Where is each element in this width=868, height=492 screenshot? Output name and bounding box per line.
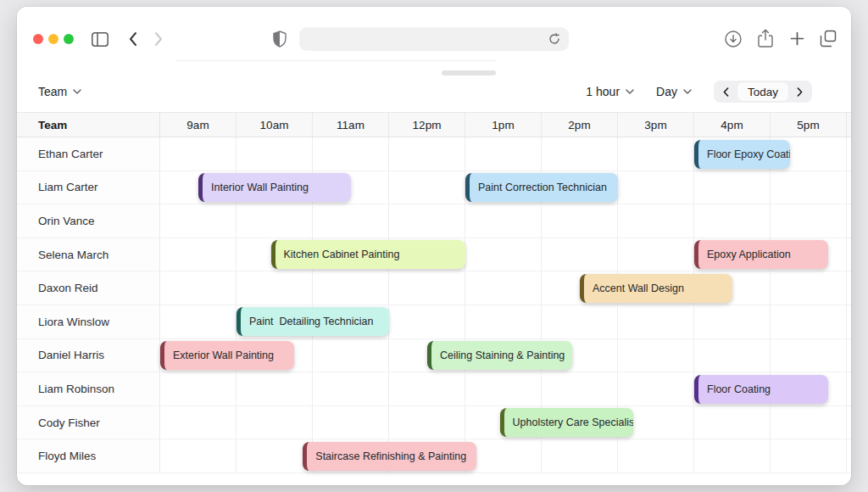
person-name: Selena March xyxy=(17,238,160,271)
view-dropdown-label: Day xyxy=(656,85,677,98)
share-icon[interactable] xyxy=(758,29,773,48)
event-title: Accent Wall Design xyxy=(584,282,693,294)
downloads-icon[interactable] xyxy=(724,30,743,48)
minimize-window-button[interactable] xyxy=(48,34,58,44)
event-title: Epoxy Application xyxy=(698,249,799,260)
schedule-grid: Team 9am10am11am12pm1pm2pm3pm4pm5pm Etha… xyxy=(17,112,851,473)
time-header-4pm: 4pm xyxy=(694,113,771,137)
schedule-row: Daxon ReidAccent Wall Design xyxy=(17,271,851,305)
today-button[interactable]: Today xyxy=(737,82,788,101)
event-title: Paint Detailing Technician xyxy=(241,316,381,327)
person-name: Floyd Miles xyxy=(17,439,160,472)
event-bar[interactable]: Exterior Wall Painting xyxy=(160,341,294,370)
event-title: Kitchen Cabinet Painting xyxy=(275,249,409,260)
schedule-row: Orin Vance xyxy=(17,204,851,238)
team-dropdown[interactable]: Team xyxy=(38,85,81,98)
person-name: Liam Carter xyxy=(17,171,160,204)
schedule-row: Liora WinslowPaint Detailing Technician xyxy=(17,305,851,339)
timeline-track: Upholstery Care Specialist xyxy=(160,406,851,439)
timeline-track xyxy=(160,204,851,238)
app-toolbar: Team 1 hour Day Today xyxy=(17,79,851,104)
time-header-12pm: 12pm xyxy=(389,113,465,137)
interval-dropdown-label: 1 hour xyxy=(586,85,620,98)
schedule-rows: Ethan CarterFloor Epoxy CoatingLiam Cart… xyxy=(17,137,851,473)
schedule-header: Team 9am10am11am12pm1pm2pm3pm4pm5pm xyxy=(17,112,851,137)
address-bar[interactable] xyxy=(299,27,569,51)
header-filler xyxy=(847,113,851,137)
schedule-row: Liam CarterInterior Wall PaintingPaint C… xyxy=(17,171,851,205)
event-title: Floor Epoxy Coating xyxy=(698,148,790,160)
team-column-header: Team xyxy=(17,113,160,137)
close-window-button[interactable] xyxy=(33,34,43,44)
view-dropdown[interactable]: Day xyxy=(656,85,692,98)
new-tab-icon[interactable] xyxy=(790,31,804,46)
person-name: Orin Vance xyxy=(17,204,160,238)
event-title: Ceiling Staining & Painting xyxy=(431,349,572,361)
person-name: Daniel Harris xyxy=(17,339,160,372)
schedule-row: Ethan CarterFloor Epoxy Coating xyxy=(17,137,851,171)
sidebar-toggle-icon[interactable] xyxy=(92,31,108,47)
event-bar[interactable]: Floor Coating xyxy=(694,375,828,404)
timeline-track: Floor Coating xyxy=(160,372,851,405)
event-title: Upholstery Care Specialist xyxy=(504,417,634,428)
event-bar[interactable]: Paint Detailing Technician xyxy=(236,307,389,336)
time-header-9am: 9am xyxy=(160,113,236,137)
interval-dropdown[interactable]: 1 hour xyxy=(586,85,634,98)
event-bar[interactable]: Interior Wall Painting xyxy=(198,173,351,202)
reload-icon[interactable] xyxy=(546,31,563,48)
time-header-2pm: 2pm xyxy=(542,113,618,137)
timeline-track: Floor Epoxy Coating xyxy=(160,137,851,171)
chevron-left-icon xyxy=(723,87,729,97)
event-bar[interactable]: Accent Wall Design xyxy=(580,274,732,303)
event-title: Paint Correction Technician xyxy=(470,182,615,193)
zoom-window-button[interactable] xyxy=(64,34,74,44)
person-name: Cody Fisher xyxy=(17,406,160,439)
event-title: Staircase Refinishing & Painting xyxy=(307,450,475,462)
drag-handle-pill xyxy=(442,70,496,75)
timeline-track: Interior Wall PaintingPaint Correction T… xyxy=(160,171,851,204)
tab-overview-icon[interactable] xyxy=(820,30,837,48)
chevron-down-icon xyxy=(73,89,81,94)
browser-window: Team 1 hour Day Today xyxy=(17,7,851,485)
time-header-11am: 11am xyxy=(313,113,389,137)
event-title: Interior Wall Painting xyxy=(203,182,317,193)
schedule-row: Selena MarchKitchen Cabinet PaintingEpox… xyxy=(17,238,851,272)
person-name: Ethan Carter xyxy=(17,137,160,171)
time-header-10am: 10am xyxy=(236,113,313,137)
browser-chrome xyxy=(17,7,851,71)
event-bar[interactable]: Paint Correction Technician xyxy=(465,173,618,202)
chevron-down-icon xyxy=(626,89,634,94)
back-icon[interactable] xyxy=(128,31,138,48)
time-header-5pm: 5pm xyxy=(771,113,847,137)
event-title: Exterior Wall Painting xyxy=(164,349,282,361)
event-bar[interactable]: Kitchen Cabinet Painting xyxy=(271,240,466,269)
forward-icon[interactable] xyxy=(153,31,164,48)
person-name: Daxon Reid xyxy=(17,271,160,305)
privacy-shield-icon[interactable] xyxy=(273,31,287,48)
next-day-button[interactable] xyxy=(788,82,810,101)
desktop-background: Team 1 hour Day Today xyxy=(0,0,868,492)
person-name: Liam Robinson xyxy=(17,372,160,405)
schedule-row: Daniel HarrisExterior Wall PaintingCeili… xyxy=(17,339,851,373)
event-bar[interactable]: Staircase Refinishing & Painting xyxy=(303,442,476,471)
time-header-3pm: 3pm xyxy=(618,113,694,137)
time-header-1pm: 1pm xyxy=(465,113,542,137)
event-title: Floor Coating xyxy=(698,383,779,395)
schedule-row: Floyd MilesStaircase Refinishing & Paint… xyxy=(17,439,851,473)
timeline-track: Kitchen Cabinet PaintingEpoxy Applicatio… xyxy=(160,238,851,271)
event-bar[interactable]: Floor Epoxy Coating xyxy=(694,140,790,169)
timeline-track: Accent Wall Design xyxy=(160,271,851,305)
event-bar[interactable]: Ceiling Staining & Painting xyxy=(427,341,572,370)
tab-strip-divider xyxy=(175,60,496,61)
timeline-track: Exterior Wall PaintingCeiling Staining &… xyxy=(160,339,851,372)
event-bar[interactable]: Upholstery Care Specialist xyxy=(500,408,634,437)
team-dropdown-label: Team xyxy=(38,85,67,98)
date-navigator: Today xyxy=(714,81,812,103)
timeline-track: Staircase Refinishing & Painting xyxy=(160,439,851,472)
person-name: Liora Winslow xyxy=(17,305,160,338)
schedule-row: Cody FisherUpholstery Care Specialist xyxy=(17,406,851,440)
event-bar[interactable]: Epoxy Application xyxy=(694,240,828,269)
chevron-down-icon xyxy=(683,89,692,94)
prev-day-button[interactable] xyxy=(715,82,737,101)
timeline-track: Paint Detailing Technician xyxy=(160,305,851,338)
